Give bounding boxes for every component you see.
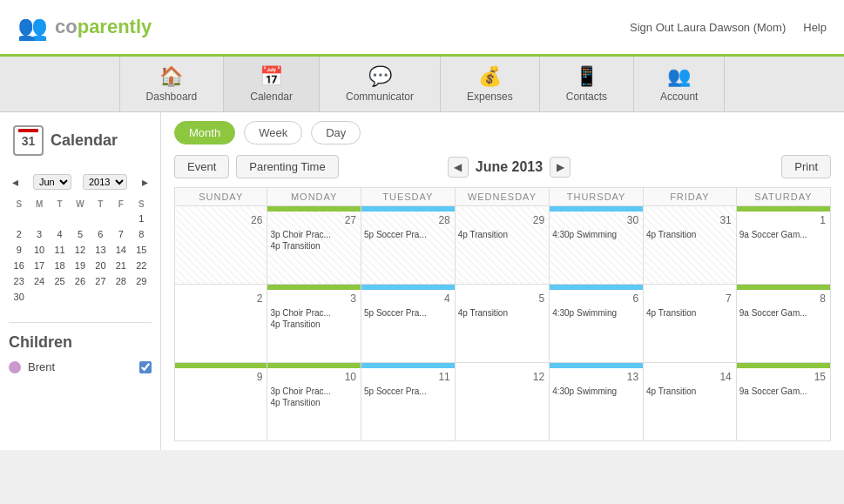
calendar-day-cell[interactable]: 33p Choir Prac...4p Transition [267, 285, 361, 363]
mini-cal-day[interactable]: 7 [111, 226, 131, 242]
calendar-day-cell[interactable]: 285p Soccer Pra... [361, 206, 455, 285]
mini-cal-day[interactable]: 2 [9, 226, 29, 242]
calendar-day-cell[interactable]: 134:30p Swimming [550, 363, 644, 441]
calendar-day-cell[interactable]: 103p Choir Prac...4p Transition [267, 363, 361, 441]
calendar-event[interactable]: 4:30p Swimming [550, 307, 643, 319]
next-cal-arrow[interactable]: ▶ [550, 157, 571, 178]
day-number: 29 [456, 212, 549, 229]
mini-cal-day [91, 211, 111, 226]
calendar-day-cell[interactable]: 45p Soccer Pra... [361, 285, 455, 363]
calendar-day-cell[interactable]: 12 [455, 363, 549, 441]
help-link[interactable]: Help [803, 21, 827, 34]
mini-cal-day[interactable]: 3 [29, 226, 49, 242]
calendar-event[interactable]: 3p Choir Prac... [267, 307, 361, 319]
calendar-event[interactable]: 4p Transition [644, 229, 736, 240]
event-button[interactable]: Event [174, 155, 229, 178]
mini-cal-day[interactable]: 30 [9, 289, 29, 305]
calendar-day-cell[interactable]: 9 [175, 363, 267, 441]
col-header-monday: MONDAY [267, 188, 361, 206]
nav-item-contacts[interactable]: 📱 Contacts [540, 57, 634, 111]
nav-item-calendar[interactable]: 📅 Calendar [224, 57, 320, 111]
mini-cal-day[interactable]: 21 [111, 258, 131, 273]
mini-cal-day[interactable]: 25 [50, 273, 70, 289]
print-button[interactable]: Print [781, 155, 831, 178]
calendar-event[interactable]: 3p Choir Prac... [267, 229, 361, 240]
calendar-event[interactable]: 9a Soccer Gam... [737, 307, 830, 319]
mini-cal-day[interactable]: 14 [111, 242, 131, 258]
calendar-event[interactable]: 4p Transition [644, 386, 736, 397]
calendar-day-cell[interactable]: 144p Transition [644, 363, 737, 441]
mini-cal-day[interactable]: 11 [50, 242, 70, 258]
mini-cal-day[interactable]: 22 [132, 258, 152, 273]
calendar-event[interactable]: 4p Transition [267, 397, 361, 408]
calendar-event[interactable]: 4:30p Swimming [550, 386, 643, 397]
calendar-event[interactable]: 5p Soccer Pra... [361, 386, 455, 397]
mini-cal-day[interactable]: 15 [132, 242, 152, 258]
mini-cal-day[interactable]: 16 [9, 258, 29, 273]
dashboard-icon: 🏠 [159, 65, 183, 88]
mini-cal-day[interactable]: 5 [70, 226, 90, 242]
mini-cal-day[interactable]: 27 [91, 273, 111, 289]
day-number: 5 [456, 290, 549, 307]
calendar-day-cell[interactable]: 74p Transition [644, 285, 737, 363]
nav-item-expenses[interactable]: 💰 Expenses [441, 57, 540, 111]
calendar-day-cell[interactable]: 304:30p Swimming [550, 206, 644, 285]
mini-cal-day[interactable]: 6 [91, 226, 111, 242]
mini-cal-day[interactable]: 1 [132, 211, 152, 226]
child-checkbox[interactable] [139, 361, 152, 373]
calendar-event[interactable]: 4p Transition [267, 240, 361, 252]
mini-cal-day[interactable]: 23 [9, 273, 29, 289]
calendar-event[interactable]: 5p Soccer Pra... [361, 307, 455, 319]
prev-month-arrow[interactable]: ◂ [9, 173, 22, 191]
calendar-day-cell[interactable]: 19a Soccer Gam... [736, 206, 830, 285]
year-select[interactable]: 2013 [83, 174, 127, 190]
calendar-day-cell[interactable]: 26 [175, 206, 267, 285]
calendar-event[interactable]: 5p Soccer Pra... [361, 229, 455, 240]
mini-cal-day[interactable]: 20 [91, 258, 111, 273]
mini-cal-day[interactable]: 18 [50, 258, 70, 273]
calendar-event[interactable]: 9a Soccer Gam... [737, 386, 830, 397]
mini-cal-day[interactable]: 10 [29, 242, 49, 258]
mini-cal-day[interactable]: 19 [70, 258, 90, 273]
calendar-event[interactable]: 4p Transition [456, 229, 549, 240]
mini-cal-day [50, 289, 70, 305]
mini-cal-day [29, 211, 49, 226]
mini-cal-day[interactable]: 29 [132, 273, 152, 289]
nav-item-communicator[interactable]: 💬 Communicator [320, 57, 441, 111]
mini-cal-day[interactable]: 28 [111, 273, 131, 289]
calendar-event[interactable]: 4p Transition [267, 319, 361, 330]
next-month-arrow[interactable]: ▸ [138, 173, 152, 191]
calendar-day-cell[interactable]: 89a Soccer Gam... [736, 285, 830, 363]
calendar-day-cell[interactable]: 294p Transition [455, 206, 549, 285]
parenting-time-button[interactable]: Parenting Time [236, 155, 338, 178]
calendar-event[interactable]: 3p Choir Prac... [267, 386, 361, 397]
calendar-day-cell[interactable]: 64:30p Swimming [550, 285, 644, 363]
week-view-btn[interactable]: Week [244, 121, 302, 144]
calendar-day-cell[interactable]: 54p Transition [455, 285, 549, 363]
calendar-day-cell[interactable]: 273p Choir Prac...4p Transition [267, 206, 361, 285]
mini-cal-day[interactable]: 13 [91, 242, 111, 258]
mini-cal-day[interactable]: 9 [9, 242, 29, 258]
nav-item-account[interactable]: 👥 Account [634, 57, 725, 111]
calendar-day-cell[interactable]: 314p Transition [644, 206, 737, 285]
day-view-btn[interactable]: Day [311, 121, 361, 144]
mini-cal-day[interactable]: 17 [29, 258, 49, 273]
calendar-event[interactable]: 4p Transition [644, 307, 736, 319]
nav-item-dashboard[interactable]: 🏠 Dashboard [119, 57, 225, 111]
mini-cal-day[interactable]: 8 [132, 226, 152, 242]
month-view-btn[interactable]: Month [174, 121, 235, 144]
calendar-event[interactable]: 9a Soccer Gam... [737, 229, 830, 240]
calendar-day-cell[interactable]: 2 [175, 285, 267, 363]
month-select[interactable]: Jun [33, 174, 71, 190]
mini-cal-header-tue: T [50, 198, 70, 211]
calendar-day-cell[interactable]: 159a Soccer Gam... [736, 363, 830, 441]
mini-cal-day[interactable]: 12 [70, 242, 90, 258]
calendar-day-cell[interactable]: 115p Soccer Pra... [361, 363, 455, 441]
mini-cal-day[interactable]: 26 [70, 273, 90, 289]
mini-cal-day[interactable]: 24 [29, 273, 49, 289]
sign-out-link[interactable]: Sign Out Laura Dawson (Mom) [630, 21, 786, 34]
prev-cal-arrow[interactable]: ◀ [448, 157, 469, 178]
calendar-event[interactable]: 4:30p Swimming [550, 229, 643, 240]
calendar-event[interactable]: 4p Transition [456, 307, 549, 319]
mini-cal-day[interactable]: 4 [50, 226, 70, 242]
